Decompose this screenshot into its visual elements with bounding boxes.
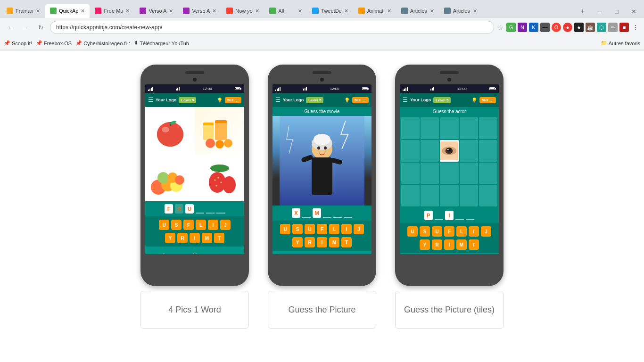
tile-1-3[interactable] (440, 117, 458, 139)
bookmark-scoopit[interactable]: 📌 Scoop.it! (4, 40, 32, 46)
maximize-button[interactable]: □ (610, 5, 623, 18)
tile-1-4[interactable] (460, 117, 478, 139)
ext-icon-3[interactable]: K (529, 23, 538, 32)
tile-3-2[interactable] (421, 163, 439, 184)
forward-button[interactable]: → (19, 21, 32, 34)
key-T-3[interactable]: T (469, 239, 479, 250)
key-Y-3[interactable]: Y (420, 239, 430, 250)
key-I-1[interactable]: I (208, 220, 218, 230)
reload-button[interactable]: ↻ (34, 21, 47, 34)
key-S-3[interactable]: S (420, 226, 430, 237)
tile-3-4[interactable] (460, 163, 478, 184)
key-J-3[interactable]: J (481, 226, 491, 237)
ext-icon-4[interactable]: ••• (540, 23, 550, 32)
key-U-1[interactable]: U (159, 220, 169, 230)
close-button[interactable]: ✕ (627, 5, 640, 18)
tile-4-2[interactable] (421, 185, 439, 206)
tile-4-3[interactable] (440, 185, 458, 206)
tab-close-all[interactable]: ✕ (298, 8, 302, 14)
tab-articles2[interactable]: Articles ✕ (439, 4, 482, 18)
tab-close-freemu[interactable]: ✕ (125, 8, 130, 14)
bookmark-autres[interactable]: 📁 Autres favoris (601, 40, 640, 46)
ext-icon-opera[interactable]: O (552, 23, 561, 32)
ext-icon-1[interactable]: G (506, 23, 516, 32)
new-tab-button[interactable]: + (576, 5, 589, 18)
key-S-2[interactable]: S (292, 224, 303, 234)
tab-close-tweetde[interactable]: ✕ (344, 8, 348, 14)
tile-4-5[interactable] (479, 185, 497, 206)
ext-icon-5[interactable]: ● (563, 23, 572, 32)
key-I2-1[interactable]: I (190, 233, 200, 243)
key-T-1[interactable]: T (214, 233, 224, 243)
tab-versoa2[interactable]: Verso A ✕ (178, 4, 221, 18)
key-U-3[interactable]: U (407, 226, 418, 237)
tab-nowyo[interactable]: Now yo ✕ (222, 4, 264, 18)
key-F-1[interactable]: F (183, 220, 194, 230)
bookmark-freebox[interactable]: 📌 Freebox OS (36, 40, 72, 46)
key-M-2[interactable]: M (329, 237, 339, 247)
tile-3-5[interactable] (479, 163, 497, 184)
tab-all[interactable]: All ✕ (264, 4, 307, 18)
bookmark-star-icon[interactable]: ☆ (497, 23, 504, 32)
hamburger-icon-1[interactable]: ☰ (148, 97, 153, 103)
minimize-button[interactable]: ─ (593, 5, 606, 18)
tile-4-4[interactable] (460, 185, 478, 206)
key-J-1[interactable]: J (220, 220, 231, 230)
tile-2-5[interactable] (479, 140, 497, 162)
key-Y-2[interactable]: Y (292, 237, 303, 247)
key-Y-1[interactable]: Y (165, 233, 175, 243)
tile-1-2[interactable] (421, 117, 439, 139)
tile-3-3[interactable] (440, 163, 458, 184)
tile-3-1[interactable] (401, 163, 420, 184)
key-I-2[interactable]: I (341, 224, 352, 234)
recents-nav-icon-1[interactable]: ▭ (223, 250, 232, 254)
tab-close-quickapp[interactable]: ✕ (81, 8, 85, 14)
chrome-menu-icon[interactable]: ⋮ (631, 23, 640, 32)
key-U-2[interactable]: U (280, 224, 290, 234)
ext-icon-10[interactable]: ■ (619, 23, 629, 32)
tab-tweetde[interactable]: TweetDe ✕ (307, 4, 353, 18)
key-S-1[interactable]: S (171, 220, 182, 230)
tab-versoa1[interactable]: Verso A ✕ (135, 4, 178, 18)
tile-1-5[interactable] (479, 117, 497, 139)
key-J-2[interactable]: J (354, 224, 364, 234)
tab-animat[interactable]: Animat ✕ (354, 4, 396, 18)
address-input[interactable] (50, 21, 494, 34)
home-nav-icon-1[interactable]: ⬡ (190, 250, 199, 254)
tab-close-framan[interactable]: ✕ (36, 8, 40, 14)
tab-close-articles2[interactable]: ✕ (473, 8, 477, 14)
back-button[interactable]: ← (4, 21, 17, 34)
key-U2-2[interactable]: U (305, 224, 315, 234)
tab-close-animat[interactable]: ✕ (387, 8, 391, 14)
ext-icon-8[interactable]: ⬡ (597, 23, 606, 32)
bookmark-cyber[interactable]: 📌 Cyberhistoiregeo.fr : (75, 40, 130, 46)
tab-close-versoa1[interactable]: ✕ (169, 8, 173, 14)
key-L-1[interactable]: L (196, 220, 206, 230)
key-U2-3[interactable]: U (432, 226, 442, 237)
tab-freemu[interactable]: Free Mu ✕ (90, 4, 134, 18)
key-I-3[interactable]: I (469, 226, 479, 237)
key-L-3[interactable]: L (456, 226, 467, 237)
hamburger-icon-3[interactable]: ☰ (403, 97, 408, 103)
bulb-icon-2[interactable]: 💡 (344, 98, 350, 103)
tile-2-4[interactable] (460, 140, 478, 162)
ext-icon-2[interactable]: N (518, 23, 527, 32)
key-T-2[interactable]: T (341, 237, 352, 247)
tab-quickapp[interactable]: QuickAp ✕ (45, 4, 90, 18)
key-R-1[interactable]: R (177, 233, 188, 243)
key-F-2[interactable]: F (317, 224, 327, 234)
tab-close-versoa2[interactable]: ✕ (212, 8, 216, 14)
ext-icon-7[interactable]: ☕ (586, 23, 595, 32)
tile-2-1[interactable] (401, 140, 420, 162)
key-F-3[interactable]: F (444, 226, 454, 237)
hamburger-icon-2[interactable]: ☰ (275, 97, 281, 103)
ext-icon-9[interactable]: ✏ (608, 23, 618, 32)
tile-4-1[interactable] (401, 185, 420, 206)
ext-icon-6[interactable]: ★ (574, 23, 584, 32)
bookmark-yt[interactable]: ⬇ Téléchargeur YouTub (134, 40, 189, 46)
tile-2-2[interactable] (421, 140, 439, 162)
tab-close-nowyo[interactable]: ✕ (255, 8, 259, 14)
key-I2-3[interactable]: I (444, 239, 454, 250)
tab-framan[interactable]: Framan ✕ (2, 4, 45, 18)
tile-revealed[interactable] (440, 140, 458, 162)
